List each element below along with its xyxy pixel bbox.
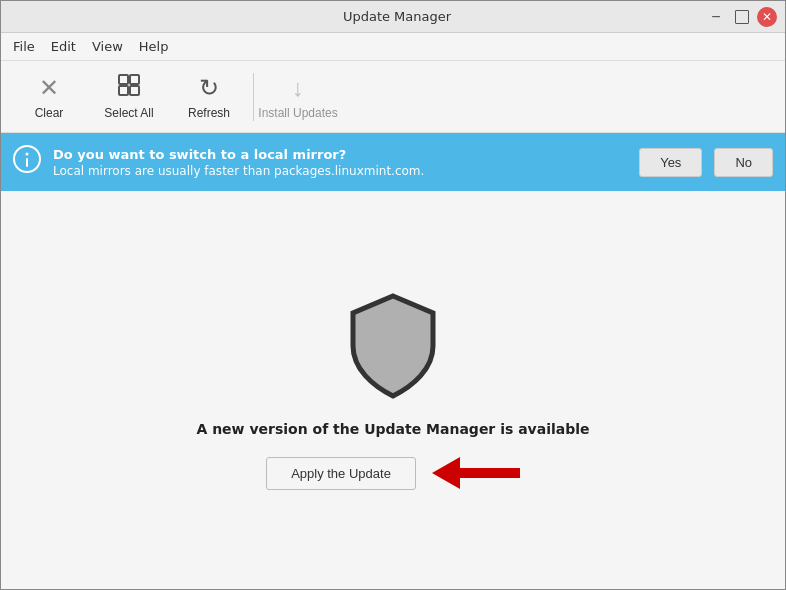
svg-rect-3 — [130, 86, 139, 95]
apply-update-button[interactable]: Apply the Update — [266, 457, 416, 490]
svg-rect-1 — [130, 75, 139, 84]
refresh-label: Refresh — [188, 106, 230, 120]
shield-container — [343, 291, 443, 401]
menu-edit[interactable]: Edit — [43, 35, 84, 58]
menu-file[interactable]: File — [5, 35, 43, 58]
update-message: A new version of the Update Manager is a… — [196, 421, 589, 437]
title-bar: Update Manager − ✕ — [1, 1, 785, 33]
select-all-icon — [117, 73, 141, 102]
svg-rect-2 — [119, 86, 128, 95]
apply-row: Apply the Update — [266, 457, 520, 490]
select-all-label: Select All — [104, 106, 153, 120]
menu-help[interactable]: Help — [131, 35, 177, 58]
svg-rect-0 — [119, 75, 128, 84]
install-updates-label: Install Updates — [258, 106, 337, 120]
clear-icon: ✕ — [39, 74, 59, 102]
toolbar: ✕ Clear Select All ↻ Refresh ↓ Install U… — [1, 61, 785, 133]
notification-yes-button[interactable]: Yes — [639, 148, 702, 177]
install-updates-button[interactable]: ↓ Install Updates — [258, 65, 338, 129]
main-content: A new version of the Update Manager is a… — [1, 191, 785, 589]
window-title: Update Manager — [89, 9, 705, 24]
window-controls: − ✕ — [705, 6, 777, 28]
refresh-button[interactable]: ↻ Refresh — [169, 65, 249, 129]
install-updates-icon: ↓ — [292, 74, 304, 102]
close-button[interactable]: ✕ — [757, 7, 777, 27]
notification-subtitle: Local mirrors are usually faster than pa… — [53, 164, 627, 178]
select-all-button[interactable]: Select All — [89, 65, 169, 129]
toolbar-separator — [253, 73, 254, 121]
svg-point-5 — [26, 153, 29, 156]
maximize-button[interactable] — [731, 6, 753, 28]
minimize-button[interactable]: − — [705, 6, 727, 28]
notification-icon — [13, 145, 41, 179]
arrow-head — [432, 457, 460, 489]
notification-title: Do you want to switch to a local mirror? — [53, 147, 627, 162]
refresh-icon: ↻ — [199, 74, 219, 102]
clear-button[interactable]: ✕ Clear — [9, 65, 89, 129]
menu-view[interactable]: View — [84, 35, 131, 58]
clear-label: Clear — [35, 106, 64, 120]
notification-no-button[interactable]: No — [714, 148, 773, 177]
menu-bar: File Edit View Help — [1, 33, 785, 61]
notification-text: Do you want to switch to a local mirror?… — [53, 147, 627, 178]
red-arrow — [432, 457, 520, 489]
arrow-shaft — [460, 468, 520, 478]
notification-bar: Do you want to switch to a local mirror?… — [1, 133, 785, 191]
shield-icon — [343, 291, 443, 401]
svg-rect-6 — [26, 158, 28, 167]
